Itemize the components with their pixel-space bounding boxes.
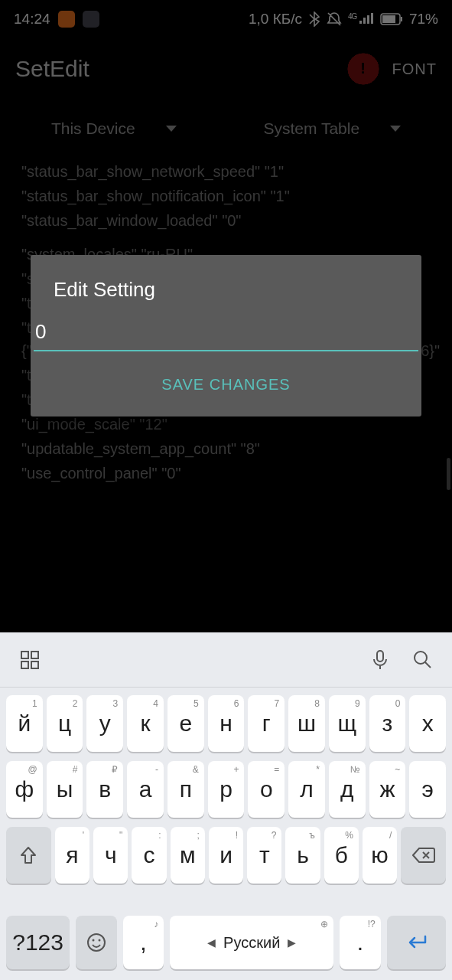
key-п[interactable]: &п — [167, 761, 204, 818]
key-и[interactable]: !и — [209, 827, 243, 884]
key-с[interactable]: :с — [132, 827, 166, 884]
svg-rect-5 — [21, 662, 28, 668]
key-х[interactable]: х — [409, 695, 446, 752]
key-о[interactable]: =о — [248, 761, 285, 818]
svg-point-10 — [92, 939, 94, 942]
key-у[interactable]: 3у — [86, 695, 123, 752]
comma-key[interactable]: ♪ , — [123, 916, 164, 969]
key-р[interactable]: +р — [208, 761, 245, 818]
setting-value-input[interactable] — [34, 317, 418, 351]
key-в[interactable]: ₽в — [86, 761, 123, 818]
key-л[interactable]: *л — [288, 761, 325, 818]
soft-keyboard: 1й2ц3у4к5е6н7г8ш9щ0зх@ф#ы₽в-а&п+р=о*л№д~… — [0, 632, 452, 980]
key-ф[interactable]: @ф — [6, 761, 43, 818]
key-ж[interactable]: ~ж — [369, 761, 406, 818]
shift-key[interactable] — [6, 827, 51, 884]
key-я[interactable]: 'я — [55, 827, 89, 884]
svg-rect-4 — [31, 652, 38, 658]
svg-rect-7 — [377, 651, 383, 662]
key-з[interactable]: 0з — [369, 695, 406, 752]
period-key[interactable]: !? . — [340, 916, 381, 969]
svg-point-8 — [415, 652, 427, 664]
key-н[interactable]: 6н — [208, 695, 245, 752]
edit-setting-dialog: Edit Setting SAVE CHANGES — [31, 255, 421, 416]
key-ы[interactable]: #ы — [47, 761, 83, 818]
key-т[interactable]: ?т — [247, 827, 281, 884]
svg-point-11 — [98, 939, 100, 942]
enter-key[interactable] — [387, 916, 446, 969]
key-ш[interactable]: 8ш — [288, 695, 325, 752]
keyboard-apps-icon[interactable] — [20, 650, 40, 670]
mic-icon[interactable] — [371, 649, 389, 671]
search-icon[interactable] — [412, 649, 432, 671]
key-й[interactable]: 1й — [6, 695, 43, 752]
space-key[interactable]: ⊕ ◀ Русский ▶ — [170, 916, 333, 969]
key-г[interactable]: 7г — [248, 695, 285, 752]
key-к[interactable]: 4к — [127, 695, 164, 752]
key-ь[interactable]: ъь — [285, 827, 320, 884]
key-а[interactable]: -а — [127, 761, 164, 818]
key-ч[interactable]: "ч — [93, 827, 128, 884]
key-э[interactable]: э — [409, 761, 446, 818]
key-м[interactable]: ;м — [171, 827, 205, 884]
save-changes-button[interactable]: SAVE CHANGES — [31, 351, 421, 416]
key-ю[interactable]: /ю — [363, 827, 397, 884]
svg-rect-6 — [31, 662, 38, 668]
symbols-key[interactable]: ?123 — [6, 916, 70, 969]
key-б[interactable]: %б — [324, 827, 359, 884]
key-д[interactable]: №д — [329, 761, 366, 818]
emoji-key[interactable] — [76, 916, 117, 969]
key-ц[interactable]: 2ц — [47, 695, 83, 752]
svg-rect-3 — [21, 652, 28, 658]
backspace-key[interactable] — [401, 827, 446, 884]
key-е[interactable]: 5е — [167, 695, 204, 752]
svg-point-9 — [88, 934, 105, 951]
dialog-title: Edit Setting — [31, 255, 421, 317]
key-щ[interactable]: 9щ — [329, 695, 366, 752]
